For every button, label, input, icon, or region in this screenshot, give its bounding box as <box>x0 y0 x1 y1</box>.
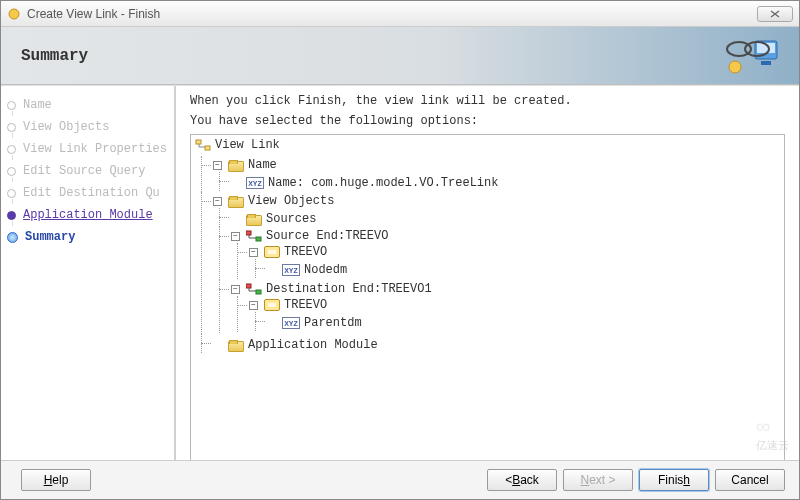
intro-text-1: When you click Finish, the view link wil… <box>190 94 785 108</box>
close-icon <box>770 10 780 18</box>
step-edit-source-query: Edit Source Query <box>7 160 168 182</box>
intro-text-2: You have selected the following options: <box>190 114 785 128</box>
step-application-module[interactable]: Application Module <box>7 204 168 226</box>
entity-icon <box>264 299 280 311</box>
xyz-icon: XYZ <box>282 264 300 276</box>
window-title: Create View Link - Finish <box>27 7 757 21</box>
link-end-icon <box>246 229 262 243</box>
tree-source-obj[interactable]: − TREEVO <box>249 245 327 259</box>
tree-application-module-folder[interactable]: Application Module <box>213 338 378 352</box>
svg-rect-12 <box>256 290 261 294</box>
app-icon <box>7 7 21 21</box>
tree-name-value[interactable]: XYZ Name: com.huge.model.VO.TreeLink <box>231 176 498 190</box>
svg-point-6 <box>729 61 741 73</box>
svg-rect-3 <box>761 61 771 65</box>
content-pane: When you click Finish, the view link wil… <box>176 86 799 460</box>
xyz-icon: XYZ <box>246 177 264 189</box>
folder-icon <box>228 161 244 172</box>
svg-rect-7 <box>196 140 201 144</box>
tree-view-objects-folder[interactable]: − View Objects <box>213 194 334 208</box>
tree-root[interactable]: View Link <box>195 138 280 152</box>
button-bar: Help < Back Next > Finish Cancel <box>1 461 799 499</box>
svg-rect-10 <box>256 237 261 241</box>
banner-art-icon <box>721 35 781 80</box>
collapse-icon[interactable]: − <box>213 197 222 206</box>
tree-dest-obj[interactable]: − TREEVO <box>249 298 327 312</box>
cancel-button[interactable]: Cancel <box>715 469 785 491</box>
collapse-icon[interactable]: − <box>231 285 240 294</box>
xyz-icon: XYZ <box>282 317 300 329</box>
help-button[interactable]: Help <box>21 469 91 491</box>
tree-source-attr[interactable]: XYZ Nodedm <box>267 263 347 277</box>
wizard-steps-sidebar: Name View Objects View Link Properties E… <box>1 86 176 460</box>
step-summary[interactable]: Summary <box>7 226 168 248</box>
svg-rect-8 <box>205 146 210 150</box>
step-name: Name <box>7 94 168 116</box>
collapse-icon[interactable]: − <box>213 161 222 170</box>
dialog-window: Create View Link - Finish Summary Name V… <box>0 0 800 500</box>
back-button[interactable]: < Back <box>487 469 557 491</box>
close-button[interactable] <box>757 6 793 22</box>
tree-dest-attr[interactable]: XYZ Parentdm <box>267 316 362 330</box>
next-button: Next > <box>563 469 633 491</box>
titlebar: Create View Link - Finish <box>1 1 799 27</box>
step-view-objects: View Objects <box>7 116 168 138</box>
folder-icon <box>246 215 262 226</box>
finish-button[interactable]: Finish <box>639 469 709 491</box>
tree-source-end[interactable]: − Source End:TREEVO <box>231 229 388 243</box>
folder-icon <box>228 341 244 352</box>
svg-point-0 <box>9 9 19 19</box>
collapse-icon[interactable]: − <box>249 301 258 310</box>
entity-icon <box>264 246 280 258</box>
step-edit-destination-query: Edit Destination Qu <box>7 182 168 204</box>
page-title: Summary <box>21 47 88 65</box>
options-tree[interactable]: View Link − Name <box>190 134 785 460</box>
collapse-icon[interactable]: − <box>231 232 240 241</box>
tree-sources-folder[interactable]: Sources <box>231 212 316 226</box>
tree-dest-end[interactable]: − Destination End:TREEVO1 <box>231 282 432 296</box>
step-view-link-properties: View Link Properties <box>7 138 168 160</box>
svg-rect-11 <box>246 284 251 288</box>
folder-icon <box>228 197 244 208</box>
svg-rect-9 <box>246 231 251 235</box>
banner: Summary <box>1 27 799 85</box>
link-end-icon <box>246 282 262 296</box>
tree-name-folder[interactable]: − Name <box>213 158 277 172</box>
main-area: Name View Objects View Link Properties E… <box>1 85 799 461</box>
collapse-icon[interactable]: − <box>249 248 258 257</box>
view-link-icon <box>195 138 211 152</box>
